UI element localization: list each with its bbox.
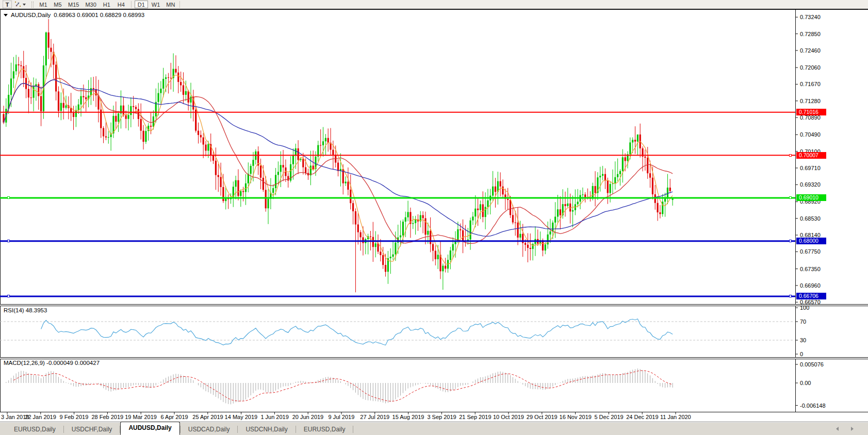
timeframe-button-w1[interactable]: W1	[149, 1, 163, 8]
scroll-left-icon[interactable]	[836, 427, 839, 431]
chart-ohlc-values: 0.68963 0.69001 0.68829 0.68993	[54, 12, 144, 18]
toolbar-grip	[31, 2, 34, 8]
axis-ticks	[7, 17, 798, 414]
hline-price-tag: 0.70007	[796, 152, 826, 159]
mt4-window: T M1M5M15M30H1H4D1W1MN AUDUSD,Daily 0.68…	[0, 0, 868, 435]
macd-histogram	[6, 369, 673, 405]
hline-price-tag: 0.69010	[796, 194, 826, 201]
toolbar-separator	[131, 1, 132, 8]
rsi-line	[41, 319, 673, 345]
timeframe-button-d1[interactable]: D1	[135, 1, 148, 8]
macd-signal-line	[13, 371, 673, 401]
chart-tab-eurusd-daily-0[interactable]: EURUSD,Daily	[6, 424, 63, 435]
line-handle[interactable]	[789, 295, 792, 297]
toolbar-separator	[179, 1, 180, 8]
text-tool-button[interactable]: T	[3, 1, 12, 8]
timeframe-toolbar: T M1M5M15M30H1H4D1W1MN	[0, 0, 868, 9]
timeframe-button-m1[interactable]: M1	[37, 1, 50, 8]
hline-price-tag: 0.66706	[796, 293, 826, 299]
chart-tab-usdcad-daily-3[interactable]: USDCAD,Daily	[181, 424, 238, 435]
timeframe-button-m15[interactable]: M15	[65, 1, 81, 8]
chevron-down-icon	[23, 4, 26, 6]
line-handle[interactable]	[7, 240, 10, 242]
chart-tab-audusd-daily-2[interactable]: AUDUSD,Daily	[120, 422, 179, 435]
hline-price-tag: 0.71016	[796, 109, 826, 115]
line-handle[interactable]	[7, 295, 10, 297]
chart-tab-usdchf-daily-1[interactable]: USDCHF,Daily	[64, 424, 120, 435]
tab-scroll-arrows	[836, 427, 854, 431]
chart-title: AUDUSD,Daily 0.68963 0.69001 0.68829 0.6…	[4, 12, 144, 18]
timeframe-button-m5[interactable]: M5	[51, 1, 64, 8]
line-handle[interactable]	[7, 196, 10, 199]
macd-indicator-label: MACD(12,26,9) -0.000049 0.000427	[4, 360, 100, 366]
chart-tab-eurusd-daily-5[interactable]: EURUSD,Daily	[296, 424, 353, 435]
line-handle[interactable]	[789, 196, 792, 199]
tab-separator	[353, 426, 353, 433]
chart-canvas[interactable]	[0, 0, 868, 435]
collapse-triangle-icon[interactable]	[4, 14, 8, 16]
scroll-right-icon[interactable]	[851, 427, 854, 431]
line-handle[interactable]	[789, 240, 792, 242]
auto-arrange-button[interactable]	[13, 1, 27, 8]
chart-tab-bar: EURUSD,DailyUSDCHF,DailyAUDUSD,DailyUSDC…	[0, 422, 868, 435]
timeframe-button-mn[interactable]: MN	[163, 1, 177, 8]
chart-symbol-label: AUDUSD,Daily	[11, 12, 51, 18]
timeframe-button-h1[interactable]: H1	[100, 1, 113, 8]
rsi-indicator-label: RSI(14) 48.3953	[4, 307, 47, 313]
timeframe-button-m30[interactable]: M30	[83, 1, 99, 8]
line-handle[interactable]	[789, 154, 792, 157]
auto-arrange-icon	[14, 1, 21, 8]
chart-tab-usdcnh-daily-4[interactable]: USDCNH,Daily	[238, 424, 295, 435]
timeframe-buttons: M1M5M15M30H1H4D1W1MN	[37, 1, 177, 8]
hline-price-tag: 0.68000	[796, 238, 826, 244]
timeframe-button-h4[interactable]: H4	[114, 1, 128, 8]
